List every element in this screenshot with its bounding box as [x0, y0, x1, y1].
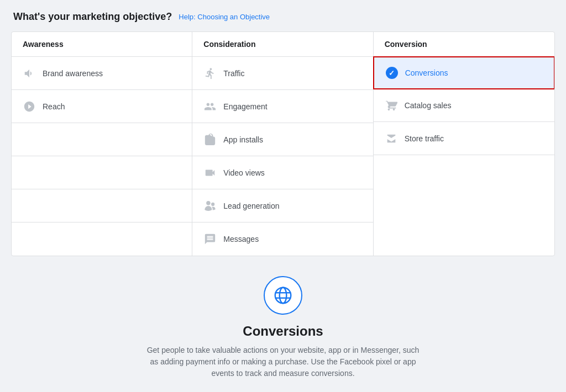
obj-cell-catalog-sales[interactable]: Catalog sales [374, 89, 554, 122]
table-header-row: Awareness Consideration Conversion [12, 32, 554, 57]
traffic-label: Traffic [223, 69, 244, 78]
reach-icon [23, 100, 36, 113]
conversions-check-icon [385, 66, 399, 80]
video-views-label: Video views [223, 168, 264, 177]
catalog-icon [385, 99, 398, 112]
store-traffic-label: Store traffic [405, 134, 444, 143]
obj-cell-traffic[interactable]: Traffic [192, 57, 373, 90]
obj-cell-video-views[interactable]: Video views [192, 156, 373, 189]
detail-description: Get people to take valuable actions on y… [145, 345, 421, 379]
messages-icon [203, 232, 217, 246]
megaphone-icon [23, 67, 36, 80]
obj-cell-engagement[interactable]: Engagement [192, 90, 373, 123]
awareness-spacer-2 [12, 156, 192, 189]
video-icon [203, 166, 217, 179]
messages-label: Messages [223, 235, 259, 243]
conversions-label: Conversions [405, 68, 448, 77]
obj-cell-messages[interactable]: Messages [192, 223, 373, 256]
help-link[interactable]: Help: Choosing an Objective [179, 13, 270, 21]
awareness-spacer-4 [12, 223, 192, 256]
col-header-consideration: Consideration [192, 32, 373, 56]
page-container: What's your marketing objective? Help: C… [11, 11, 555, 390]
table-body: Brand awareness Reach [12, 57, 554, 256]
obj-cell-conversions[interactable]: Conversions [373, 56, 555, 89]
obj-cell-reach[interactable]: Reach [12, 90, 192, 123]
obj-cell-store-traffic[interactable]: Store traffic [374, 122, 554, 155]
store-icon [385, 132, 398, 145]
awareness-spacer-1 [12, 123, 192, 156]
obj-cell-app-installs[interactable]: App installs [192, 123, 373, 156]
traffic-icon [203, 67, 217, 80]
lead-generation-label: Lead generation [223, 202, 279, 210]
svg-point-1 [280, 288, 287, 304]
page-title: What's your marketing objective? [13, 11, 172, 23]
detail-section: Conversions Get people to take valuable … [11, 256, 555, 390]
svg-point-0 [275, 288, 291, 304]
obj-cell-lead-generation[interactable]: Lead generation [192, 189, 373, 223]
brand-awareness-label: Brand awareness [43, 69, 103, 78]
detail-title: Conversions [243, 324, 323, 339]
reach-label: Reach [43, 102, 65, 111]
app-installs-icon [203, 133, 217, 146]
col-conversion: Conversions Catalog sales [374, 57, 554, 256]
col-consideration: Traffic Engagement [192, 57, 373, 256]
col-awareness: Brand awareness Reach [12, 57, 192, 256]
awareness-spacer-3 [12, 189, 192, 223]
objectives-table: Awareness Consideration Conversion Brand… [11, 31, 555, 256]
lead-icon [203, 199, 217, 213]
catalog-sales-label: Catalog sales [405, 101, 452, 110]
header-row: What's your marketing objective? Help: C… [11, 11, 555, 23]
col-header-awareness: Awareness [12, 32, 192, 56]
globe-icon [272, 285, 294, 306]
obj-cell-brand-awareness[interactable]: Brand awareness [12, 57, 192, 90]
engagement-icon [203, 100, 217, 113]
col-header-conversion: Conversion [374, 32, 554, 56]
app-installs-label: App installs [223, 135, 263, 144]
detail-icon-circle [264, 276, 302, 315]
engagement-label: Engagement [223, 102, 267, 111]
conversion-spacer [374, 155, 554, 256]
